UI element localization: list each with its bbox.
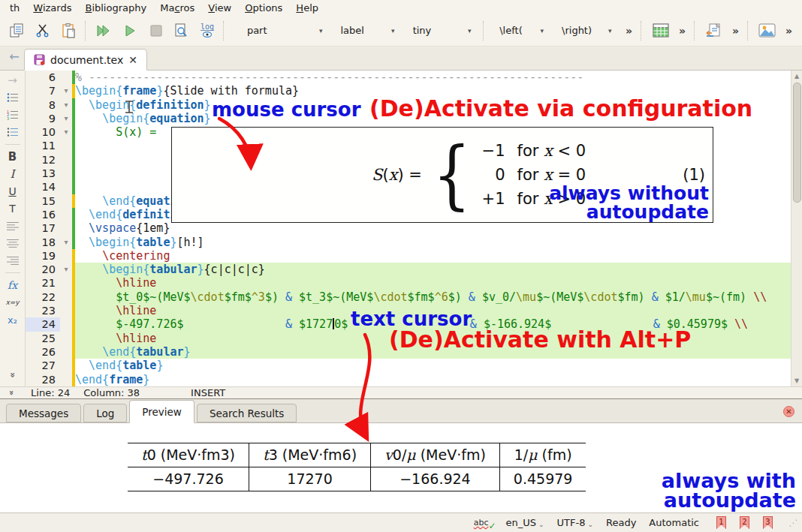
math-toolbar-overflow[interactable]: » — [620, 25, 638, 37]
menu-item-help[interactable]: Help — [289, 2, 325, 14]
code-line-21[interactable]: 21 \hline — [26, 276, 791, 290]
menu-bar: thWizardsBibliographyMacrosViewOptionsHe… — [0, 0, 802, 15]
preview-table-header-cell: t0 (MeV·fm3) — [128, 443, 249, 467]
sidebar-nav-forward-icon[interactable]: → — [8, 74, 17, 87]
sidebar-bold-icon[interactable]: B — [8, 150, 17, 164]
line-ending-indicator[interactable]: Automatic — [649, 517, 699, 528]
code-line-6[interactable]: 6% -------------------------------------… — [26, 71, 791, 84]
preview-table-header-cell: 1/μ (fm) — [499, 443, 586, 467]
panel-tab-messages[interactable]: Messages — [6, 404, 81, 422]
side-toolbar-divider — [5, 272, 20, 273]
code-text[interactable]: \begin{tabular}{c|c|c|c} — [75, 263, 791, 276]
close-panel-icon[interactable]: ✕ — [783, 406, 794, 417]
sidebar-description-list-icon[interactable] — [7, 125, 19, 139]
spellcheck-icon[interactable]: abc✓ — [474, 518, 493, 527]
sidebar-text-style-icon[interactable]: T — [9, 202, 16, 215]
code-text[interactable]: $t_0$~(MeV$\cdot$fm$^3$) & $t_3$~(MeV$\c… — [75, 290, 791, 304]
editor-scrollbar[interactable]: ▲ ▼ — [791, 71, 802, 386]
image-toolbar-overflow[interactable]: » — [780, 25, 797, 37]
line-number: 21 — [26, 276, 60, 290]
bookmark-1-icon[interactable]: 1 — [716, 516, 726, 529]
right-delimiter-dropdown[interactable]: \right) ▾ — [556, 21, 617, 41]
sidebar-math-inline-icon[interactable]: fx — [8, 278, 17, 292]
table-wizard-icon[interactable] — [648, 19, 674, 43]
part-dropdown[interactable]: part ▾ — [241, 21, 329, 41]
sidebar-align-left-icon[interactable] — [7, 219, 19, 233]
scroll-up-icon[interactable]: ▲ — [791, 71, 802, 82]
sidebar-subscript-icon[interactable]: x₂ — [8, 313, 17, 326]
view-log-button[interactable]: log — [194, 19, 220, 43]
tiny-dropdown-label: tiny — [413, 25, 432, 36]
document-tab-title: document.tex — [50, 54, 123, 66]
fold-marker[interactable]: ▾ — [60, 112, 72, 125]
paste-icon[interactable] — [56, 19, 81, 43]
code-text[interactable]: \end{frame} — [75, 373, 791, 386]
code-text[interactable]: % --------------------------------------… — [75, 71, 791, 84]
close-tab-icon[interactable]: ✕ — [128, 54, 137, 66]
back-arrow-icon[interactable]: ← — [5, 50, 24, 68]
insert-mode-indicator: INSERT — [191, 387, 225, 398]
code-text[interactable]: \centering — [75, 249, 791, 263]
fold-marker[interactable]: ▾ — [60, 125, 72, 139]
compile-button[interactable] — [117, 19, 143, 43]
menu-item-bibliography[interactable]: Bibliography — [78, 2, 153, 14]
menu-item-wizards[interactable]: Wizards — [26, 2, 78, 14]
fold-marker[interactable]: ▾ — [60, 84, 72, 98]
panel-tab-log[interactable]: Log — [83, 404, 127, 422]
menu-item-view[interactable]: View — [201, 2, 238, 14]
document-tab[interactable]: document.tex ✕ — [24, 49, 147, 71]
code-text[interactable]: \hline — [75, 276, 791, 290]
label-dropdown[interactable]: label ▾ — [334, 21, 400, 41]
sidebar-numbered-list-icon[interactable]: 123 — [7, 108, 19, 122]
stop-button[interactable] — [143, 19, 169, 43]
toolbar-separator — [85, 21, 89, 41]
bookmark-3-icon[interactable]: 3 — [763, 516, 773, 529]
code-text[interactable]: \end{table} — [75, 359, 791, 372]
fold-marker[interactable]: ▾ — [60, 236, 72, 249]
code-line-20[interactable]: 20▾ \begin{tabular}{c|c|c|c} — [26, 263, 791, 276]
cut-icon[interactable] — [30, 19, 56, 43]
view-pdf-button[interactable] — [169, 19, 194, 43]
tiny-dropdown[interactable]: tiny ▾ — [407, 21, 478, 41]
tabbing-toolbar-overflow[interactable]: » — [727, 25, 744, 37]
menu-item-macros[interactable]: Macros — [153, 2, 201, 14]
fold-marker — [60, 276, 72, 290]
collapse-panel-icon[interactable]: » — [7, 390, 17, 395]
fold-marker[interactable]: ▾ — [60, 263, 72, 276]
sidebar-italic-icon[interactable]: I — [11, 167, 15, 181]
panel-tab-search-results[interactable]: Search Results — [197, 404, 297, 422]
sidebar-underline-icon[interactable]: U — [8, 185, 16, 198]
code-text[interactable]: \begin{table}[h!] — [75, 236, 791, 249]
left-delimiter-dropdown[interactable]: \left( ▾ — [493, 21, 550, 41]
resize-grip[interactable]: ⋰ — [788, 518, 797, 528]
code-text[interactable]: \vspace{1em} — [75, 221, 791, 235]
line-number: 7 — [26, 84, 60, 98]
panel-tab-preview[interactable]: Preview — [129, 400, 194, 423]
build-and-view-button[interactable] — [92, 19, 117, 43]
code-line-28[interactable]: 28\end{frame} — [26, 373, 791, 386]
sidebar-bullet-list-icon[interactable] — [7, 91, 19, 104]
table-toolbar-overflow[interactable]: » — [674, 25, 691, 37]
scrollbar-thumb[interactable] — [793, 83, 801, 203]
code-line-22[interactable]: 22 $t_0$~(MeV$\cdot$fm$^3$) & $t_3$~(MeV… — [26, 290, 791, 304]
sidebar-align-center-icon[interactable] — [7, 236, 19, 250]
fold-marker — [60, 345, 72, 359]
sidebar-align-right-icon[interactable] — [7, 254, 19, 267]
menu-item-options[interactable]: Options — [238, 2, 289, 14]
language-dropdown[interactable]: en_US ⌄ — [505, 517, 544, 528]
code-line-27[interactable]: 27 \end{table} — [26, 359, 791, 372]
menu-item-overflow[interactable]: th — [3, 2, 26, 14]
insert-image-icon[interactable] — [755, 19, 780, 43]
sidebar-collapse-icon[interactable]: » — [5, 372, 19, 378]
language-label: en_US — [505, 517, 536, 528]
bookmark-2-icon[interactable]: 2 — [740, 516, 749, 529]
fold-marker[interactable]: ▾ — [60, 98, 72, 112]
tabbing-wizard-icon[interactable] — [701, 19, 727, 43]
copy-icon[interactable] — [5, 19, 30, 43]
encoding-dropdown[interactable]: UTF-8 ⌄ — [557, 517, 593, 528]
scroll-down-icon[interactable]: ▼ — [791, 375, 802, 386]
code-line-18[interactable]: 18▾ \begin{table}[h!] — [26, 236, 791, 249]
code-line-19[interactable]: 19 \centering — [26, 249, 791, 263]
code-line-17[interactable]: 17 \vspace{1em} — [26, 221, 791, 235]
sidebar-math-display-icon[interactable]: x=y — [5, 296, 19, 309]
